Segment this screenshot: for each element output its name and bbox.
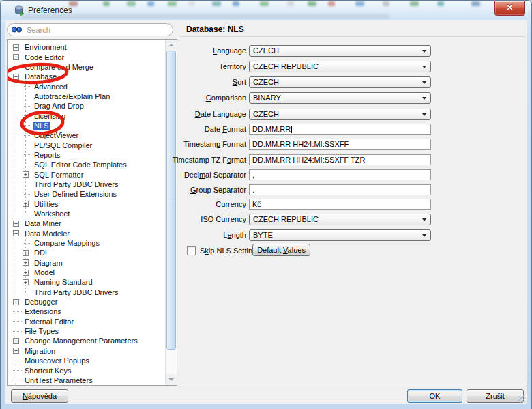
- tree-item-compare-and-merge[interactable]: Compare and Merge: [8, 62, 165, 72]
- timestamp-tz-format-field[interactable]: DD.MM.RR HH24:MI:SSXFF TZR: [249, 154, 431, 165]
- decimal-separator-field[interactable]: ,: [249, 169, 431, 180]
- tree-item-sql-editor-code-templates[interactable]: SQL Editor Code Templates: [8, 160, 165, 169]
- chevron-down-icon: [422, 97, 426, 100]
- expand-plus-icon[interactable]: +: [23, 201, 29, 207]
- dropdown-value: CZECH: [253, 110, 279, 118]
- tree-item-third-party-jdbc-drivers[interactable]: Third Party JDBC Drivers: [8, 180, 165, 189]
- tree-item-data-miner[interactable]: +Data Miner: [8, 218, 165, 228]
- tree-item-label: Data Miner: [23, 219, 63, 227]
- tree-item-naming-standard[interactable]: +Naming Standard: [8, 277, 165, 287]
- skip-nls-checkbox[interactable]: [187, 246, 196, 255]
- expand-plus-icon[interactable]: +: [23, 171, 29, 178]
- chevron-down-icon: [422, 234, 426, 237]
- expand-plus-icon[interactable]: +: [23, 279, 29, 285]
- tree-item-migration[interactable]: +Migration: [8, 346, 165, 356]
- expand-plus-icon[interactable]: +: [23, 270, 29, 276]
- tree-item-label: PL/SQL Compiler: [33, 141, 93, 150]
- sort-dropdown[interactable]: CZECH: [249, 76, 431, 88]
- tree-item-database[interactable]: −Database: [8, 72, 165, 81]
- tree-item-compare-mappings[interactable]: Compare Mappings: [8, 238, 165, 248]
- currency-field[interactable]: Kč: [249, 199, 431, 210]
- tree-item-label: Reports: [33, 151, 62, 159]
- tree-item-code-editor[interactable]: +Code Editor: [8, 52, 165, 61]
- scroll-down-button[interactable]: [166, 374, 177, 385]
- scroll-down-icon: [168, 378, 174, 381]
- skip-nls-row: Skip NLS Settings: [187, 244, 261, 257]
- tree-item-file-types[interactable]: File Types: [8, 326, 165, 336]
- tree-item-pl-sql-compiler[interactable]: PL/SQL Compiler: [8, 140, 165, 150]
- tree-item-model[interactable]: +Model: [8, 268, 165, 277]
- tree-item-diagram[interactable]: +Diagram: [8, 258, 165, 268]
- expand-plus-icon[interactable]: +: [13, 221, 19, 227]
- help-button[interactable]: Nápověda: [11, 389, 68, 403]
- desktop-icon-blur: [308, 1, 316, 6]
- cancel-button[interactable]: Zrušit: [467, 389, 524, 403]
- collapse-minus-icon[interactable]: −: [13, 230, 19, 236]
- form-row-date-language: Date LanguageCZECH: [165, 108, 431, 120]
- length-dropdown[interactable]: BYTE: [249, 229, 431, 241]
- comparison-dropdown[interactable]: BINARY: [249, 92, 431, 104]
- search-box[interactable]: [7, 23, 173, 36]
- close-button[interactable]: ✕: [494, 1, 525, 16]
- group-separator-field[interactable]: .: [249, 184, 431, 195]
- tree-item-change-management-parameters[interactable]: +Change Management Parameters: [8, 336, 165, 345]
- tree-item-drag-and-drop[interactable]: Drag And Drop: [8, 101, 165, 111]
- expand-plus-icon[interactable]: +: [13, 299, 19, 305]
- tree-item-autotrace-explain-plan[interactable]: Autotrace/Explain Plan: [8, 91, 165, 101]
- ok-button[interactable]: OK: [407, 389, 462, 403]
- dropdown-value: CZECH REPUBLIC: [253, 215, 319, 223]
- tree-item-objectviewer[interactable]: ObjectViewer: [8, 130, 165, 140]
- tree-item-debugger[interactable]: +Debugger: [8, 297, 165, 307]
- expand-plus-icon[interactable]: +: [23, 259, 29, 266]
- tree-item-label: Compare Mappings: [33, 239, 101, 247]
- titlebar[interactable]: Preferences ✕: [1, 1, 531, 20]
- expand-plus-icon[interactable]: +: [13, 338, 19, 344]
- tree-item-label: SQL Editor Code Templates: [33, 160, 128, 169]
- tree-twig: [13, 311, 22, 312]
- tree-item-sql-formatter[interactable]: +SQL Formatter: [8, 169, 165, 179]
- expand-plus-icon[interactable]: +: [23, 250, 29, 256]
- resize-grip[interactable]: [518, 395, 526, 403]
- tree-item-label: DDL: [33, 249, 50, 257]
- tree-twig: [23, 214, 31, 214]
- search-input[interactable]: [25, 25, 168, 35]
- tree-item-utilities[interactable]: +Utilities: [8, 199, 165, 209]
- tree-item-label: Third Party JDBC Drivers: [33, 288, 119, 296]
- tree-item-nls[interactable]: NLS: [8, 121, 165, 130]
- tree-item-label: External Editor: [23, 318, 75, 326]
- expand-plus-icon[interactable]: +: [13, 44, 19, 51]
- tree-item-mouseover-popups[interactable]: Mouseover Popups: [8, 356, 165, 365]
- tree-item-advanced[interactable]: Advanced: [8, 81, 165, 91]
- language-dropdown[interactable]: CZECH: [249, 45, 431, 57]
- tree-item-ddl[interactable]: +DDL: [8, 248, 165, 257]
- tree-item-licensing[interactable]: Licensing: [8, 111, 165, 120]
- field-value: ,: [252, 171, 254, 179]
- tree-item-worksheet[interactable]: Worksheet: [8, 209, 165, 218]
- timestamp-format-field[interactable]: DD.MM.RR HH24:MI:SSXFF: [249, 139, 431, 150]
- tree-item-external-editor[interactable]: External Editor: [8, 317, 165, 326]
- tree-item-third-party-jdbc-drivers[interactable]: Third Party JDBC Drivers: [8, 287, 165, 297]
- tree-item-unittest-parameters[interactable]: UnitTest Parameters: [8, 376, 165, 385]
- tree-item-label: File Types: [23, 327, 60, 335]
- footer-separator: [5, 386, 527, 386]
- tree-item-reports[interactable]: Reports: [8, 150, 165, 160]
- iso-currency-dropdown[interactable]: CZECH REPUBLIC: [249, 214, 431, 225]
- default-values-button[interactable]: Default Values: [252, 244, 310, 256]
- tree-item-environment[interactable]: +Environment: [8, 42, 165, 52]
- collapse-minus-icon[interactable]: −: [13, 74, 19, 80]
- form-row-territory: TerritoryCZECH REPUBLIC: [165, 60, 431, 72]
- date-format-field[interactable]: DD.MM.RR: [249, 124, 431, 135]
- tree-twig: [23, 194, 31, 195]
- chevron-down-icon: [422, 50, 426, 53]
- tree-item-user-defined-extensions[interactable]: User Defined Extensions: [8, 189, 165, 199]
- tree-item-label: Compare and Merge: [23, 63, 95, 71]
- tree-twig: [23, 184, 31, 184]
- territory-dropdown[interactable]: CZECH REPUBLIC: [249, 61, 431, 72]
- expand-plus-icon[interactable]: +: [13, 54, 19, 60]
- date-language-dropdown[interactable]: CZECH: [249, 109, 431, 120]
- tree-twig: [13, 370, 22, 371]
- expand-plus-icon[interactable]: +: [13, 348, 19, 354]
- tree-item-data-modeler[interactable]: −Data Modeler: [8, 229, 165, 238]
- tree-item-shortcut-keys[interactable]: Shortcut Keys: [8, 365, 165, 375]
- tree-item-extensions[interactable]: Extensions: [8, 307, 165, 316]
